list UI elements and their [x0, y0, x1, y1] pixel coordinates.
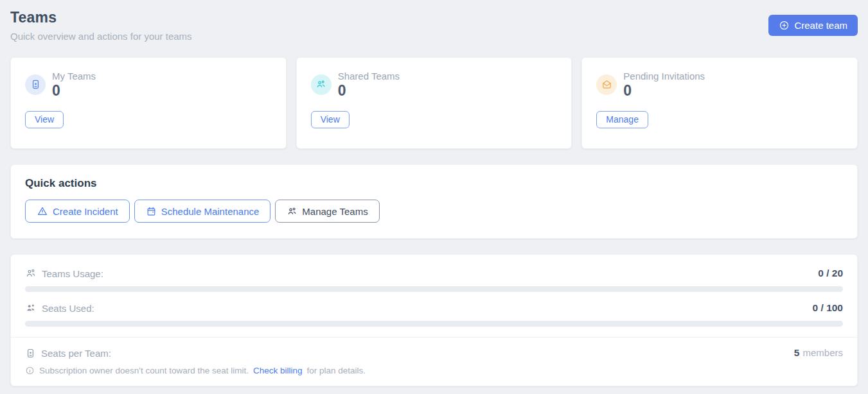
calendar-icon	[146, 206, 157, 217]
page-subtitle: Quick overview and actions for your team…	[10, 31, 192, 42]
teams-usage-row: Teams Usage: 0 / 20	[25, 268, 843, 279]
people-icon	[287, 206, 297, 217]
usage-card: Teams Usage: 0 / 20 Seats Used: 0	[10, 254, 858, 386]
create-team-button[interactable]: Create team	[768, 15, 858, 36]
stat-cards-row: My Teams 0 View Shared Teams	[10, 57, 858, 149]
note-text: Subscription owner doesn't count toward …	[39, 366, 249, 375]
people-outline-icon	[25, 268, 37, 279]
shared-teams-card: Shared Teams 0 View	[296, 57, 572, 149]
seats-per-team-label-group: Seats per Team:	[25, 348, 111, 359]
stat-label: Shared Teams	[338, 71, 400, 81]
stat-texts: My Teams 0	[52, 71, 96, 98]
note-suffix: for plan details.	[307, 366, 366, 375]
quick-actions-title: Quick actions	[25, 177, 843, 190]
seats-used-row: Seats Used: 0 / 100	[25, 302, 843, 314]
manage-teams-label: Manage Teams	[302, 206, 368, 217]
seats-per-team-value: 5	[794, 347, 800, 359]
usage-divider	[11, 337, 857, 338]
seats-used-label: Seats Used:	[42, 303, 94, 314]
create-incident-label: Create Incident	[53, 206, 118, 217]
warning-icon	[37, 205, 48, 217]
create-team-label: Create team	[794, 20, 847, 31]
mail-open-icon	[596, 74, 617, 95]
info-icon	[25, 366, 35, 375]
contact-badge-icon	[25, 74, 46, 95]
plus-circle-icon	[779, 20, 790, 31]
contact-badge-icon	[25, 348, 36, 359]
quick-actions-buttons: Create Incident Schedule Maintenance	[25, 200, 843, 223]
page-title: Teams	[10, 9, 192, 26]
create-incident-button[interactable]: Create Incident	[25, 200, 130, 223]
view-my-teams-button[interactable]: View	[25, 111, 64, 128]
seats-used-value: 0 / 100	[813, 302, 843, 314]
schedule-maintenance-button[interactable]: Schedule Maintenance	[134, 200, 271, 223]
stat-label: Pending Invitations	[623, 71, 705, 81]
teams-usage-label-group: Teams Usage:	[25, 268, 103, 279]
manage-invitations-button[interactable]: Manage	[596, 111, 648, 128]
stat-top: Pending Invitations 0	[596, 71, 843, 98]
stat-value: 0	[623, 83, 705, 98]
seat-limit-note: Subscription owner doesn't count toward …	[25, 366, 843, 375]
seats-used-progressbar	[25, 321, 843, 327]
stat-texts: Shared Teams 0	[338, 71, 400, 98]
seats-per-team-unit: members	[802, 347, 843, 358]
stat-texts: Pending Invitations 0	[623, 71, 705, 98]
stat-label: My Teams	[52, 71, 96, 81]
quick-actions-card: Quick actions Create Incident	[10, 164, 858, 239]
seats-per-team-label: Seats per Team:	[41, 348, 111, 359]
stat-top: Shared Teams 0	[311, 71, 558, 98]
stat-top: My Teams 0	[25, 71, 272, 98]
teams-usage-progressbar	[25, 286, 843, 292]
page-header: Teams Quick overview and actions for you…	[10, 9, 858, 42]
teams-usage-value: 0 / 20	[818, 268, 843, 279]
people-filled-icon	[25, 302, 37, 314]
stat-value: 0	[52, 83, 96, 98]
people-icon	[311, 74, 332, 95]
page-header-text: Teams Quick overview and actions for you…	[10, 9, 192, 42]
seats-used-label-group: Seats Used:	[25, 302, 94, 314]
check-billing-link[interactable]: Check billing	[253, 366, 303, 375]
teams-usage-label: Teams Usage:	[42, 268, 103, 279]
pending-invitations-card: Pending Invitations 0 Manage	[581, 57, 858, 149]
seats-per-team-value-group: 5 members	[794, 347, 843, 359]
seats-per-team-row: Seats per Team: 5 members	[25, 347, 843, 359]
view-shared-teams-button[interactable]: View	[311, 111, 350, 128]
my-teams-card: My Teams 0 View	[10, 57, 287, 149]
manage-teams-button[interactable]: Manage Teams	[275, 200, 379, 223]
stat-value: 0	[338, 83, 400, 98]
teams-page: Teams Quick overview and actions for you…	[0, 0, 868, 386]
schedule-maintenance-label: Schedule Maintenance	[161, 206, 260, 217]
